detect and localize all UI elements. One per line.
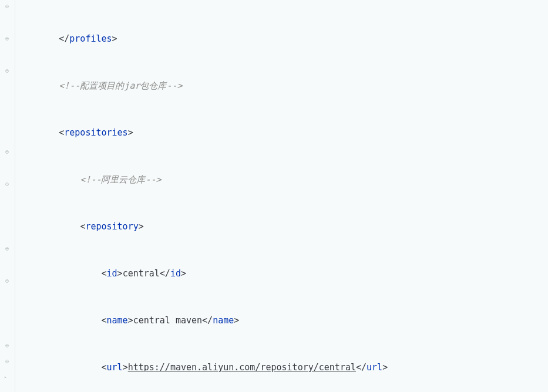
code-editor: ⊖ ⊖ ⊖ ⊖ ⊖ ⊖ ⊖ ⊖ ⊖ ▸ </profiles> <!--配置项目… xyxy=(0,0,548,392)
fold-marker-icon[interactable]: ⊖ xyxy=(5,1,9,12)
fold-marker-icon[interactable]: ⊖ xyxy=(5,340,9,351)
code-line: </profiles> xyxy=(16,31,548,48)
code-line: <url>https://maven.aliyun.com/repository… xyxy=(16,360,548,376)
fold-marker-icon[interactable]: ⊖ xyxy=(5,33,9,44)
fold-marker-icon[interactable]: ⊖ xyxy=(5,66,9,76)
fold-marker-icon[interactable]: ⊖ xyxy=(5,147,9,157)
fold-marker-icon[interactable]: ⊖ xyxy=(5,276,9,286)
code-line: <repository> xyxy=(16,219,548,235)
code-line: <!--阿里云仓库--> xyxy=(16,172,548,188)
code-line: <id>central</id> xyxy=(16,266,548,282)
code-content[interactable]: </profiles> <!--配置项目的jar包仓库--> <reposito… xyxy=(15,0,548,392)
code-line: <repositories> xyxy=(16,125,548,141)
code-line: <!--配置项目的jar包仓库--> xyxy=(16,78,548,94)
fold-marker-icon[interactable]: ⊖ xyxy=(5,244,9,254)
collapse-marker-icon[interactable]: ▸ xyxy=(4,373,7,381)
fold-marker-icon[interactable]: ⊖ xyxy=(5,179,9,190)
fold-marker-icon[interactable]: ⊖ xyxy=(5,356,9,367)
code-line: <name>central maven</name> xyxy=(16,313,548,329)
gutter: ⊖ ⊖ ⊖ ⊖ ⊖ ⊖ ⊖ ⊖ ⊖ ▸ xyxy=(0,0,15,392)
